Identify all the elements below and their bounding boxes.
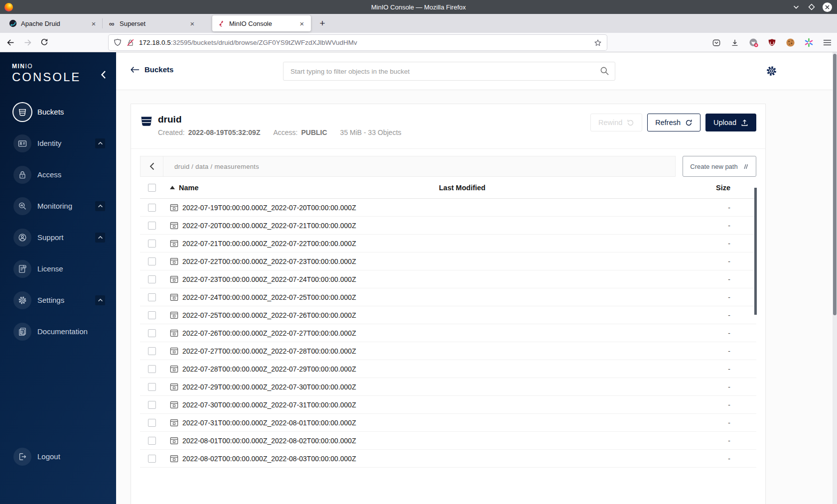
table-row[interactable]: 2022-07-26T00:00:00.000Z_2022-07-27T00:0… <box>140 324 756 342</box>
ublock-shield-icon[interactable] <box>767 38 777 48</box>
row-checkbox[interactable] <box>148 204 156 212</box>
row-checkbox[interactable] <box>148 455 156 463</box>
insecure-lock-icon[interactable] <box>126 38 135 47</box>
extension-asterisk-icon[interactable] <box>804 38 814 48</box>
reload-icon[interactable] <box>38 36 51 49</box>
chevron-up-icon[interactable] <box>95 233 105 243</box>
row-checkbox[interactable] <box>148 222 156 230</box>
sidebar-item-settings[interactable]: Settings <box>0 284 116 316</box>
table-row[interactable]: 2022-07-28T00:00:00.000Z_2022-07-29T00:0… <box>140 360 756 378</box>
tab-minio-console[interactable]: MinIO Console × <box>212 15 311 31</box>
object-name[interactable]: 2022-08-02T00:00:00.000Z_2022-08-03T00:0… <box>182 455 356 463</box>
tab-close-icon[interactable]: × <box>187 18 197 28</box>
sidebar-item-identity[interactable]: Identity <box>0 127 116 159</box>
url-path: :32595/buckets/druid/browse/ZGF0YS9tZWFz… <box>171 39 357 46</box>
refresh-button[interactable]: Refresh <box>647 114 700 131</box>
window-maximize-icon[interactable] <box>807 2 816 11</box>
table-scrollbar-thumb[interactable] <box>754 188 757 315</box>
object-name[interactable]: 2022-07-20T00:00:00.000Z_2022-07-21T00:0… <box>182 222 356 230</box>
object-name[interactable]: 2022-08-01T00:00:00.000Z_2022-08-02T00:0… <box>182 437 356 445</box>
sidebar-collapse-icon[interactable] <box>101 70 106 79</box>
breadcrumb[interactable]: druid / data / measurements <box>174 156 259 176</box>
tab-close-icon[interactable]: × <box>89 18 99 28</box>
table-row[interactable]: 2022-07-24T00:00:00.000Z_2022-07-25T00:0… <box>140 288 756 306</box>
row-checkbox[interactable] <box>148 401 156 409</box>
table-row[interactable]: 2022-07-29T00:00:00.000Z_2022-07-30T00:0… <box>140 378 756 396</box>
tab-superset[interactable]: ∞ Superset × <box>103 15 201 31</box>
select-all-checkbox[interactable] <box>148 184 156 192</box>
sidebar-item-buckets[interactable]: Buckets <box>0 96 116 127</box>
column-header-size[interactable]: Size <box>673 184 730 192</box>
pocket-icon[interactable] <box>711 38 721 48</box>
table-row[interactable]: 2022-07-19T00:00:00.000Z_2022-07-20T00:0… <box>140 199 756 217</box>
window-scrollbar-thumb[interactable] <box>833 54 837 315</box>
table-row[interactable]: 2022-07-21T00:00:00.000Z_2022-07-22T00:0… <box>140 235 756 252</box>
column-header-name[interactable]: Name <box>167 184 439 192</box>
window-close-icon[interactable] <box>823 2 832 12</box>
table-row[interactable]: 2022-07-27T00:00:00.000Z_2022-07-28T00:0… <box>140 342 756 360</box>
forward-icon[interactable] <box>21 36 34 49</box>
sidebar-item-documentation[interactable]: Documentation <box>0 316 116 347</box>
object-name[interactable]: 2022-07-24T00:00:00.000Z_2022-07-25T00:0… <box>182 293 356 301</box>
row-checkbox[interactable] <box>148 275 156 283</box>
sidebar-item-access[interactable]: Access <box>0 159 116 190</box>
menu-hamburger-icon[interactable] <box>822 38 832 48</box>
chevron-up-icon[interactable] <box>95 295 105 305</box>
row-checkbox[interactable] <box>148 383 156 391</box>
object-name[interactable]: 2022-07-28T00:00:00.000Z_2022-07-29T00:0… <box>182 365 356 373</box>
table-row[interactable]: 2022-07-30T00:00:00.000Z_2022-07-31T00:0… <box>140 396 756 414</box>
back-icon[interactable] <box>4 36 17 49</box>
chevron-up-icon[interactable] <box>95 138 105 148</box>
object-name[interactable]: 2022-07-21T00:00:00.000Z_2022-07-22T00:0… <box>182 240 356 248</box>
row-checkbox[interactable] <box>148 347 156 355</box>
create-new-path-button[interactable]: Create new path <box>683 156 756 177</box>
chevron-up-icon[interactable] <box>95 201 105 211</box>
sidebar-item-logout[interactable]: Logout <box>0 441 116 472</box>
upload-button[interactable]: Upload <box>705 114 756 131</box>
sidebar-item-license[interactable]: License <box>0 253 116 284</box>
row-checkbox[interactable] <box>148 419 156 427</box>
cookie-icon[interactable] <box>785 38 795 48</box>
column-header-last-modified[interactable]: Last Modified <box>439 184 673 192</box>
object-name[interactable]: 2022-07-26T00:00:00.000Z_2022-07-27T00:0… <box>182 329 356 337</box>
row-checkbox[interactable] <box>148 329 156 337</box>
object-name[interactable]: 2022-07-19T00:00:00.000Z_2022-07-20T00:0… <box>182 204 356 212</box>
url-bar[interactable]: 172.18.0.5:32595/buckets/druid/browse/ZG… <box>109 35 607 50</box>
window-scrollbar[interactable] <box>833 52 837 504</box>
settings-gear-icon[interactable] <box>765 65 778 77</box>
row-checkbox[interactable] <box>148 257 156 265</box>
table-row[interactable]: 2022-07-22T00:00:00.000Z_2022-07-23T00:0… <box>140 252 756 270</box>
new-tab-icon[interactable]: + <box>315 16 330 31</box>
table-row[interactable]: 2022-07-23T00:00:00.000Z_2022-07-24T00:0… <box>140 270 756 288</box>
object-name[interactable]: 2022-07-29T00:00:00.000Z_2022-07-30T00:0… <box>182 383 356 391</box>
sidebar-item-support[interactable]: Support <box>0 222 116 253</box>
table-row[interactable]: 2022-07-20T00:00:00.000Z_2022-07-21T00:0… <box>140 217 756 235</box>
window-minimize-icon[interactable] <box>792 2 801 11</box>
tracking-shield-icon[interactable] <box>114 38 122 47</box>
back-to-buckets-link[interactable]: Buckets <box>131 65 173 74</box>
extension-mask-icon[interactable] <box>748 38 758 48</box>
table-row[interactable]: 2022-08-02T00:00:00.000Z_2022-08-03T00:0… <box>140 450 756 468</box>
row-checkbox[interactable] <box>148 365 156 373</box>
table-row[interactable]: 2022-08-01T00:00:00.000Z_2022-08-02T00:0… <box>140 432 756 450</box>
tab-close-icon[interactable]: × <box>297 18 307 28</box>
path-back-icon[interactable] <box>140 156 163 176</box>
object-name[interactable]: 2022-07-30T00:00:00.000Z_2022-07-31T00:0… <box>182 401 356 409</box>
object-name[interactable]: 2022-07-23T00:00:00.000Z_2022-07-24T00:0… <box>182 275 356 283</box>
row-checkbox[interactable] <box>148 311 156 319</box>
tab-apache-druid[interactable]: Apache Druid × <box>4 15 103 31</box>
rewind-button[interactable]: Rewind <box>590 114 642 131</box>
row-checkbox[interactable] <box>148 240 156 248</box>
bookmark-star-icon[interactable] <box>594 39 602 47</box>
object-name[interactable]: 2022-07-31T00:00:00.000Z_2022-08-01T00:0… <box>182 419 356 427</box>
object-name[interactable]: 2022-07-27T00:00:00.000Z_2022-07-28T00:0… <box>182 347 356 355</box>
object-name[interactable]: 2022-07-25T00:00:00.000Z_2022-07-26T00:0… <box>182 311 356 319</box>
row-checkbox[interactable] <box>148 293 156 301</box>
filter-objects-input[interactable] <box>283 62 615 81</box>
sidebar-item-monitoring[interactable]: Monitoring <box>0 190 116 222</box>
table-row[interactable]: 2022-07-31T00:00:00.000Z_2022-08-01T00:0… <box>140 414 756 432</box>
row-checkbox[interactable] <box>148 437 156 445</box>
downloads-icon[interactable] <box>730 38 740 48</box>
object-name[interactable]: 2022-07-22T00:00:00.000Z_2022-07-23T00:0… <box>182 257 356 265</box>
table-row[interactable]: 2022-07-25T00:00:00.000Z_2022-07-26T00:0… <box>140 306 756 324</box>
